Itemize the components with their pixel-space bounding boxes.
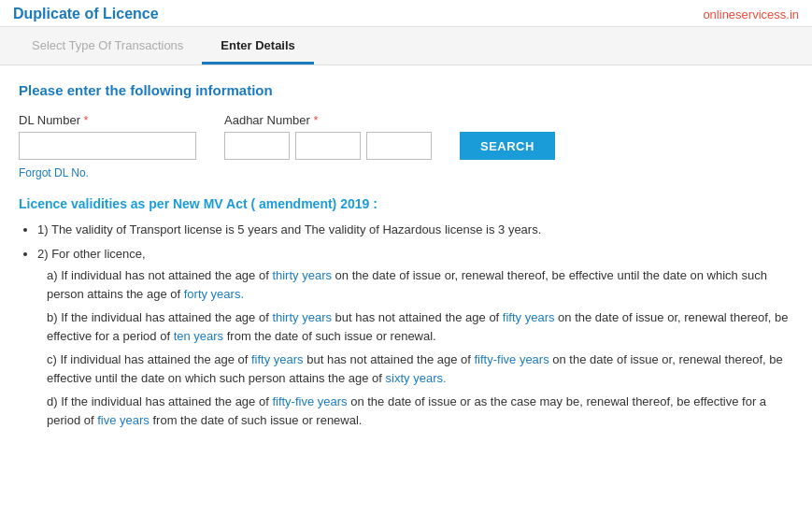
sub-item-a: a) If individual has not attained the ag… [47,266,793,303]
highlight-d2: five years [97,413,150,427]
highlight-a2: forty years. [184,287,244,301]
highlight-b: thirty years [272,310,332,324]
forgot-dl-link[interactable]: Forgot DL No. [19,166,89,179]
aadhar-required: * [313,113,318,127]
dl-input[interactable] [19,132,196,160]
highlight-c: fifty years [251,352,304,366]
form-row: DL Number * Aadhar Number * SEARCH [19,113,793,160]
tab-enter-details[interactable]: Enter Details [202,27,313,64]
highlight-d: fifty-five years [272,394,347,408]
search-button[interactable]: SEARCH [460,132,555,160]
aadhar-input-3[interactable] [366,132,432,160]
highlight-b2: fifty years [503,310,555,324]
dl-number-group: DL Number * [19,113,196,160]
sub-item-d: d) If the individual has attained the ag… [47,393,793,429]
item-1-text: 1) The validity of Transport license is … [37,222,541,236]
watermark: onlineservicess.in [703,7,799,21]
item-2-text: 2) For other licence, [37,247,146,261]
aadhar-input-1[interactable] [224,132,290,160]
info-heading: Licence validities as per New MV Act ( a… [19,196,793,211]
top-bar: Duplicate of Licence onlineservicess.in [0,0,812,27]
list-item: 1) The validity of Transport license is … [37,221,793,239]
info-list: 1) The validity of Transport license is … [19,221,793,429]
sub-items: a) If individual has not attained the ag… [37,266,793,429]
page-wrapper: Duplicate of Licence onlineservicess.in … [0,0,812,515]
aadhar-label: Aadhar Number * [224,113,432,127]
aadhar-input-2[interactable] [295,132,361,160]
list-item: 2) For other licence, a) If individual h… [37,245,793,430]
highlight-a: thirty years [272,268,332,282]
dl-required: * [84,113,89,127]
aadhar-group: Aadhar Number * [224,113,432,160]
highlight-c2: fifty-five years [474,352,548,366]
dl-label: DL Number * [19,113,196,127]
aadhar-inputs [224,132,432,160]
highlight-b3: ten years [174,329,223,343]
sub-item-b: b) If the individual has attained the ag… [47,308,793,345]
page-title: Duplicate of Licence [13,6,159,22]
tab-select-type[interactable]: Select Type Of Transactions [13,27,202,64]
highlight-c3: sixty years. [386,371,447,385]
content-area: Please enter the following information D… [0,65,812,444]
info-section: Licence validities as per New MV Act ( a… [19,196,793,429]
sub-item-c: c) If individual has attained the age of… [47,350,793,387]
form-heading: Please enter the following information [19,82,793,98]
tabs-bar: Select Type Of Transactions Enter Detail… [0,27,812,65]
